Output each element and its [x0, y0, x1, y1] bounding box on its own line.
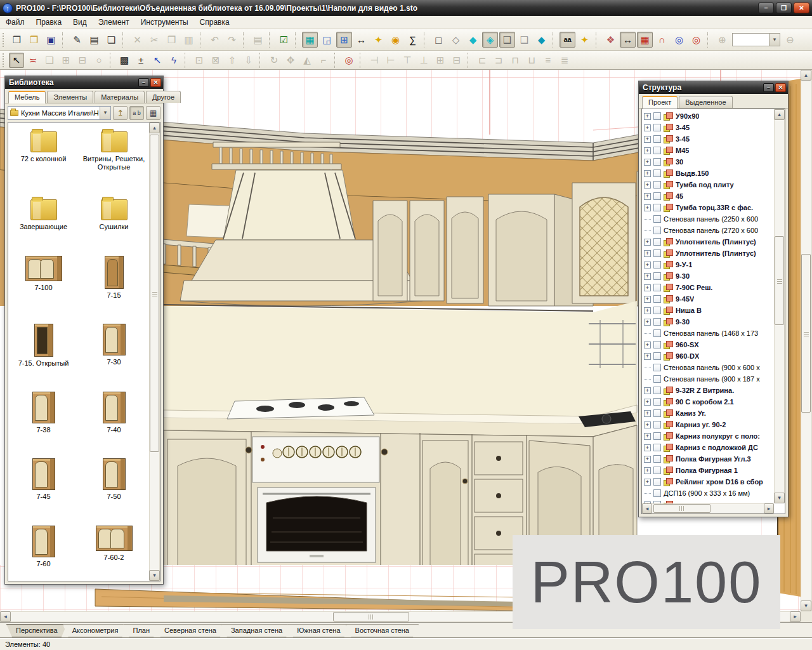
library-tab-3[interactable]: Другое — [146, 91, 181, 103]
tree-row[interactable]: +Карниз с подложкой ДС — [644, 442, 774, 453]
library-scroll-up[interactable]: ▴ — [149, 123, 160, 133]
structure-tab-1[interactable]: Выделенное — [679, 96, 732, 108]
library-panel-titlebar[interactable]: Библиотека – ✕ — [5, 76, 163, 89]
library-tab-0[interactable]: Мебель — [8, 91, 46, 103]
structure-tab-0[interactable]: Проект — [642, 96, 678, 109]
expand-icon[interactable]: + — [644, 159, 651, 166]
tb2-pick-element-button[interactable]: ↖ — [150, 53, 165, 68]
expand-icon[interactable]: + — [644, 433, 651, 440]
library-scroll-thumb[interactable] — [150, 135, 159, 452]
library-item[interactable]: Завершающие — [8, 196, 79, 244]
visibility-checkbox[interactable] — [653, 489, 661, 497]
visibility-checkbox[interactable] — [653, 124, 661, 131]
library-item[interactable]: 7-15. Открытый — [8, 324, 79, 380]
tb1-dimensions-window-button[interactable]: ↔ — [353, 32, 369, 48]
expand-icon[interactable]: + — [644, 284, 651, 291]
tree-row[interactable]: +Полка Фигурная Угл.3 — [644, 453, 774, 465]
tb1-show-grid-button[interactable]: ▦ — [637, 32, 653, 48]
expand-icon[interactable]: + — [644, 124, 651, 131]
expand-icon[interactable]: + — [644, 296, 651, 303]
zoom-level-combo[interactable]: ▾ — [732, 33, 780, 46]
library-item[interactable]: 7-60-2 — [79, 526, 149, 581]
sort-mode-button[interactable]: a b — [129, 106, 144, 120]
tree-row[interactable]: +М45 — [644, 145, 774, 156]
tb1-show-dimensions-button[interactable]: ↔ — [620, 32, 636, 48]
visibility-checkbox[interactable] — [653, 329, 661, 337]
view-tab-1[interactable]: Аксонометрия — [63, 624, 128, 637]
menu-item-5[interactable]: Справка — [194, 17, 235, 29]
visibility-checkbox[interactable] — [653, 421, 661, 428]
tb2-dimension-tool-button[interactable]: ≍ — [25, 53, 41, 68]
close-button[interactable]: ✕ — [794, 3, 809, 13]
tb1-library-panel-toggle-button[interactable]: ▦ — [302, 32, 318, 48]
view-tab-4[interactable]: Западная стена — [221, 624, 292, 637]
menu-item-2[interactable]: Вид — [67, 17, 93, 29]
visibility-checkbox[interactable] — [653, 341, 661, 348]
expand-icon[interactable]: + — [644, 444, 651, 451]
expand-icon[interactable]: + — [644, 273, 651, 280]
tree-row[interactable]: +Уплотнитель (Плинтус) — [644, 236, 774, 248]
tb1-lights-window-button[interactable]: ✦ — [370, 32, 386, 48]
horizontal-scroll-thumb[interactable] — [333, 612, 409, 621]
visibility-checkbox[interactable] — [653, 227, 661, 234]
scroll-up-button[interactable]: ▴ — [801, 70, 811, 81]
expand-icon[interactable]: + — [644, 204, 651, 211]
zoom-value-field[interactable] — [733, 34, 769, 46]
expand-icon[interactable]: + — [644, 262, 651, 269]
expand-icon[interactable]: + — [644, 113, 651, 120]
library-item[interactable]: 7-30 — [79, 324, 149, 380]
expand-icon[interactable]: + — [644, 421, 651, 428]
expand-icon[interactable]: + — [644, 307, 651, 314]
expand-icon[interactable]: + — [644, 136, 651, 143]
expand-icon[interactable]: + — [644, 239, 651, 246]
expand-icon[interactable]: + — [644, 147, 651, 154]
menu-item-1[interactable]: Правка — [30, 17, 68, 29]
tb1-sum-report-button[interactable]: ∑ — [405, 32, 421, 48]
tree-row[interactable]: Стеновая панель (2250 x 600 — [644, 213, 774, 225]
visibility-checkbox[interactable] — [653, 204, 661, 211]
tb1-prices-window-button[interactable]: ◉ — [388, 32, 403, 48]
view-tab-6[interactable]: Восточная стена — [346, 624, 419, 637]
structure-scroll-down[interactable]: ▾ — [774, 493, 785, 503]
tree-row[interactable]: +3-45 — [644, 133, 774, 145]
view-tab-5[interactable]: Южная стена — [287, 624, 350, 637]
tb2-move-level-button[interactable]: ± — [133, 53, 148, 68]
tb1-view-textured-button[interactable]: ◆ — [534, 32, 549, 48]
tb1-save-button[interactable]: ▣ — [43, 32, 59, 48]
tb1-antialias-text-button[interactable]: aa — [560, 32, 575, 48]
visibility-checkbox[interactable] — [653, 398, 661, 406]
tree-row[interactable]: +9-45V — [644, 293, 774, 305]
visibility-checkbox[interactable] — [653, 375, 661, 383]
tb2-center-target-button[interactable]: ◎ — [341, 53, 357, 68]
tree-row[interactable]: ДСП16 (900 x 333 x 16 мм) — [644, 488, 774, 499]
tree-row[interactable]: +3-45 — [644, 122, 774, 133]
menu-item-4[interactable]: Инструменты — [135, 17, 194, 29]
tree-row[interactable]: +Рейлинг хром D16 в сбор — [644, 476, 774, 488]
visibility-checkbox[interactable] — [653, 318, 661, 326]
library-item[interactable]: 7-38 — [8, 392, 79, 447]
tb1-view-hidden-lines-button[interactable]: ◇ — [448, 32, 464, 48]
tb2-quick-edit-button[interactable]: ϟ — [166, 53, 181, 68]
library-item[interactable]: 7-45 — [8, 458, 79, 514]
visibility-checkbox[interactable] — [653, 364, 661, 371]
visibility-checkbox[interactable] — [653, 284, 661, 291]
library-tab-1[interactable]: Элементы — [47, 91, 93, 103]
tree-row[interactable]: Стеновая панель (2720 x 600 — [644, 225, 774, 236]
restore-button[interactable]: ❐ — [776, 3, 792, 13]
tree-row[interactable]: +Уплотнитель (Плинтус) — [644, 248, 774, 259]
chevron-down-icon[interactable]: ▾ — [100, 107, 110, 119]
structure-minimize-button[interactable]: – — [763, 83, 774, 92]
tree-row[interactable]: +9-30 — [644, 270, 774, 282]
visibility-checkbox[interactable] — [653, 467, 661, 474]
tree-row[interactable]: +У90х90 — [644, 110, 774, 122]
structure-scroll-thumb[interactable] — [775, 236, 784, 325]
tb1-view-solid-edges-button[interactable]: ◈ — [482, 32, 498, 48]
toolbar-grip[interactable] — [3, 53, 6, 67]
visibility-checkbox[interactable] — [653, 249, 661, 257]
tb1-report-button[interactable]: ☑ — [276, 32, 292, 48]
tree-row[interactable]: +30 — [644, 156, 774, 168]
scroll-right-button[interactable]: ▸ — [790, 611, 801, 622]
visibility-checkbox[interactable] — [653, 158, 661, 166]
up-directory-button[interactable]: ↥ — [113, 106, 128, 120]
view-tab-3[interactable]: Северная стена — [155, 624, 226, 637]
